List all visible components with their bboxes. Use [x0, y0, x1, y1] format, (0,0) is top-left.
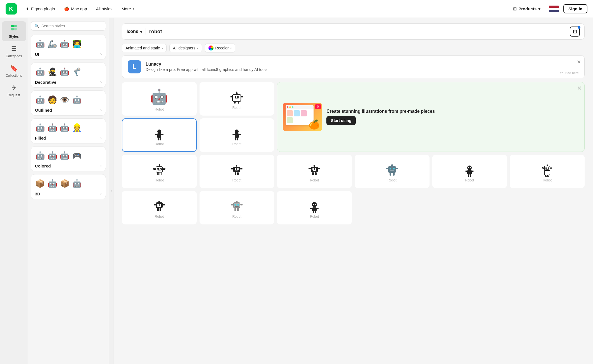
style-card-ui[interactable]: 🤖 🦾 🤖 🧑‍💻 UI ›	[31, 35, 106, 60]
chevron-down-icon: ▾	[162, 47, 163, 50]
style-card-decorative[interactable]: 🤖 🥷 🤖 🦿 Decorative ›	[31, 63, 106, 88]
nav-more[interactable]: More ▾	[118, 5, 137, 13]
svg-rect-58	[391, 164, 393, 166]
svg-rect-38	[237, 168, 239, 170]
sidebar-categories-label: Categories	[6, 54, 22, 58]
search-bar[interactable]: 🔍	[31, 21, 106, 31]
icon-cell-7[interactable]: Robot	[277, 155, 352, 188]
decorative-icon-3: 🤖	[60, 67, 70, 77]
svg-rect-80	[547, 175, 549, 177]
panel-collapse-handle[interactable]: ‹	[109, 18, 113, 364]
designers-filter-button[interactable]: All designers ▾	[169, 44, 202, 52]
svg-rect-78	[544, 171, 550, 175]
style-card-outlined-icons: 🤖 🧑 👁️ 🤖	[35, 95, 102, 105]
sidebar-item-categories[interactable]: ☰ Categories	[2, 42, 26, 61]
icon-cell-11[interactable]: Robot	[122, 191, 197, 224]
style-card-colored[interactable]: 🤖 🤖 🤖 🎮 Colored ›	[31, 146, 106, 171]
search-divider	[146, 28, 146, 35]
sidebar-item-collections[interactable]: 🔖 Collections	[2, 62, 26, 80]
svg-point-65	[470, 167, 471, 168]
sidebar-item-request[interactable]: ✈ Request	[2, 82, 26, 100]
svg-rect-33	[163, 168, 165, 169]
recolor-button[interactable]: Recolor ▾	[205, 44, 235, 52]
svg-rect-94	[235, 206, 239, 207]
svg-rect-76	[542, 167, 544, 168]
scan-button[interactable]: ⊡	[570, 27, 580, 37]
chevron-down-icon: ▾	[133, 7, 134, 10]
main-layout: Styles ☰ Categories 🔖 Collections ✈ Requ…	[0, 18, 593, 364]
svg-rect-105	[317, 208, 319, 209]
svg-rect-43	[235, 172, 236, 175]
sidebar-item-styles[interactable]: Styles	[2, 21, 26, 41]
svg-rect-54	[388, 166, 396, 173]
icon-cell-6[interactable]: Robot	[200, 155, 274, 188]
style-card-outlined-footer: Outlined ›	[35, 107, 102, 112]
promo-card: ✕	[277, 82, 585, 152]
icon-cell-4[interactable]: Robot	[200, 118, 274, 152]
icon-cell-8[interactable]: Robot	[355, 155, 430, 188]
logo[interactable]: K	[6, 3, 17, 15]
svg-rect-85	[158, 201, 160, 202]
svg-rect-50	[309, 168, 311, 169]
svg-rect-21	[235, 133, 239, 138]
chevron-down-icon: ▾	[197, 47, 198, 50]
svg-rect-45	[311, 167, 318, 172]
nav-products[interactable]: ⊞ Products ▾	[509, 5, 544, 13]
icon-cell-3[interactable]: Robot	[122, 118, 197, 152]
icon-label-11: Robot	[155, 215, 164, 219]
animated-filter-button[interactable]: Animated and static ▾	[122, 44, 167, 52]
icon-cell-9[interactable]: Robot	[432, 155, 507, 188]
signin-button[interactable]: Sign in	[563, 4, 587, 13]
promo-start-button[interactable]: Start using	[326, 116, 356, 125]
style-card-3d-footer: 3D ›	[35, 191, 102, 196]
style-card-3d-icons: 📦 🤖 📦 🤖	[35, 178, 102, 188]
search-type-label: Icons	[127, 29, 138, 34]
main-search-input[interactable]	[149, 29, 566, 35]
icon-cell-1[interactable]: 🤖 Robot	[122, 82, 197, 116]
filled-icon-3: 🤖	[60, 123, 70, 133]
svg-rect-77	[550, 167, 552, 168]
colored-icon-1: 🤖	[35, 150, 45, 161]
svg-rect-48	[313, 170, 316, 171]
svg-rect-52	[312, 172, 314, 175]
ad-close-button[interactable]: ✕	[577, 59, 581, 65]
nav-all-styles-label: All styles	[96, 6, 112, 11]
robot-image-12	[229, 198, 244, 215]
icon-cell-5[interactable]: Robot	[122, 155, 197, 188]
svg-rect-99	[237, 208, 239, 211]
svg-rect-13	[238, 101, 239, 104]
svg-rect-82	[157, 204, 159, 206]
promo-close-button[interactable]: ✕	[577, 85, 582, 91]
svg-rect-66	[467, 170, 472, 174]
style-card-ui-icons: 🤖 🦾 🤖 🧑‍💻	[35, 39, 102, 49]
nav-figma-plugin[interactable]: ✦ Figma plugin	[22, 5, 58, 13]
apple-icon: 🍎	[64, 6, 69, 11]
arrow-right-icon: ›	[100, 107, 102, 112]
style-card-filled[interactable]: 🤖 🤖 🤖 👷 Filled ›	[31, 118, 106, 143]
icon-cell-10[interactable]: Robot	[510, 155, 585, 188]
search-input[interactable]	[41, 24, 102, 28]
filter-row: Animated and static ▾ All designers ▾ Re…	[122, 44, 585, 52]
svg-point-72	[545, 167, 547, 169]
svg-rect-49	[314, 165, 315, 167]
robot-image-10	[540, 162, 555, 178]
svg-rect-98	[234, 208, 236, 211]
nav-mac-app[interactable]: 🍎 Mac app	[61, 5, 91, 13]
search-type-button[interactable]: Icons ▾	[127, 29, 142, 34]
svg-rect-95	[236, 201, 238, 202]
ad-description: Design like a pro. Free app with all Ico…	[146, 67, 267, 72]
language-selector[interactable]	[549, 6, 559, 12]
svg-rect-104	[310, 208, 312, 209]
svg-rect-4	[233, 95, 241, 101]
icon-label-5: Robot	[155, 178, 164, 182]
decorative-icon-4: 🦿	[72, 67, 82, 77]
svg-rect-35	[160, 172, 161, 175]
nav-all-styles[interactable]: All styles	[92, 5, 116, 13]
style-card-outlined[interactable]: 🤖 🧑 👁️ 🤖 Outlined ›	[31, 90, 106, 116]
svg-point-101	[313, 204, 314, 205]
icon-cell-13[interactable]: Robot	[277, 191, 352, 224]
style-card-3d[interactable]: 📦 🤖 📦 🤖 3D ›	[31, 174, 106, 199]
icon-cell-2[interactable]: Robot	[200, 82, 274, 116]
svg-point-64	[468, 167, 469, 168]
icon-cell-12[interactable]: Robot	[200, 191, 274, 224]
